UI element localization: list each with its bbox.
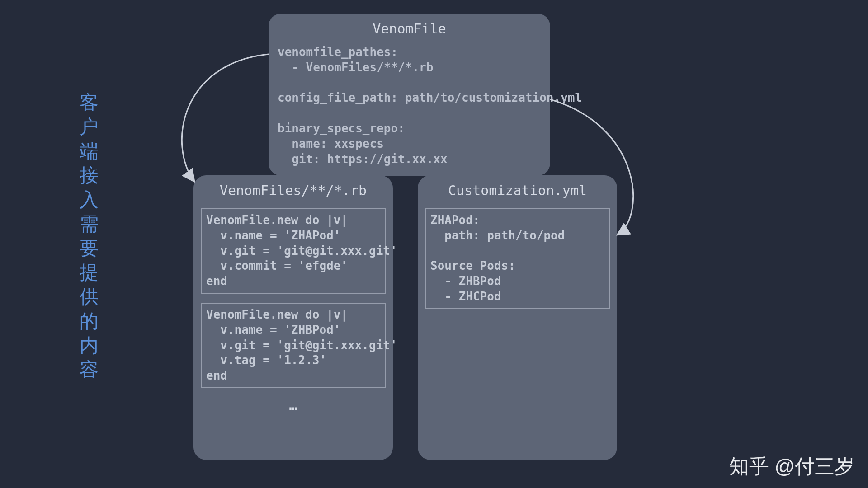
watermark-text: 知乎 @付三岁 [729, 453, 854, 480]
venomfiles-rb-title: VenomFiles/**/*.rb [193, 175, 393, 202]
venomfile-box-title: VenomFile [269, 14, 550, 40]
rb-code-block-2: VenomFile.new do |v| v.name = 'ZHBPod' v… [201, 303, 386, 388]
customization-yml-box: Customization.yml ZHAPod: path: path/to/… [418, 175, 617, 460]
rb-code-block-1: VenomFile.new do |v| v.name = 'ZHAPod' v… [201, 208, 386, 294]
venomfile-box: VenomFile venomfile_pathes: - VenomFiles… [269, 14, 550, 176]
customization-yml-title: Customization.yml [418, 175, 617, 202]
customization-yml-content: ZHAPod: path: path/to/pod Source Pods: -… [425, 208, 610, 309]
venomfile-box-content: venomfile_pathes: - VenomFiles/**/*.rb c… [269, 40, 550, 176]
ellipsis-text: … [193, 397, 393, 413]
arrow-left [182, 54, 269, 182]
sidebar-vertical-label: 客户端接入需要提供的内容 [79, 90, 99, 382]
venomfiles-rb-box: VenomFiles/**/*.rb VenomFile.new do |v| … [193, 175, 393, 460]
